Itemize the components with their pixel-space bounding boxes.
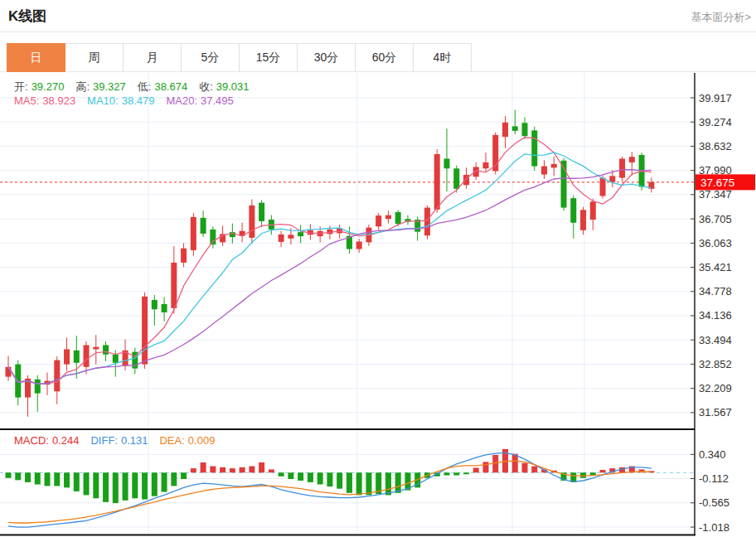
- tab-15min[interactable]: 15分: [239, 43, 298, 72]
- macd-bar: [259, 462, 264, 472]
- legend-label: 低:: [138, 80, 152, 93]
- candle[interactable]: [259, 203, 264, 221]
- candle[interactable]: [600, 178, 606, 196]
- candle[interactable]: [570, 198, 576, 223]
- candle[interactable]: [201, 218, 206, 234]
- candle[interactable]: [551, 164, 557, 168]
- candle[interactable]: [580, 210, 586, 230]
- candle[interactable]: [6, 367, 12, 377]
- legend-value: 37.495: [201, 94, 234, 107]
- legend-value: 38.674: [154, 80, 187, 93]
- legend-value: 39.327: [93, 80, 126, 93]
- candle[interactable]: [142, 297, 148, 365]
- macd-bar: [522, 463, 528, 473]
- candle[interactable]: [522, 123, 528, 136]
- tab-day[interactable]: 日: [7, 43, 65, 72]
- tab-4hour[interactable]: 4时: [413, 43, 472, 72]
- candle[interactable]: [512, 126, 518, 130]
- candle[interactable]: [541, 167, 547, 175]
- kline-screen: K线图 基本面分析> 日周月5分15分30分60分4时 39.91739.274…: [0, 0, 756, 537]
- tab-5min[interactable]: 5分: [181, 43, 240, 72]
- macd-bar: [298, 472, 303, 481]
- candle[interactable]: [93, 347, 99, 350]
- candle[interactable]: [84, 345, 90, 366]
- axis-label: 34.778: [699, 285, 732, 298]
- candle[interactable]: [434, 154, 440, 210]
- legend-label: MA20:: [166, 94, 197, 107]
- macd-bar: [210, 467, 216, 473]
- candle[interactable]: [385, 215, 391, 220]
- macd-bar: [171, 472, 177, 486]
- candle[interactable]: [395, 212, 401, 224]
- tab-month[interactable]: 月: [123, 43, 182, 72]
- candle[interactable]: [162, 304, 167, 312]
- macd-bar: [113, 472, 119, 503]
- candle[interactable]: [453, 168, 459, 189]
- tab-60min[interactable]: 60分: [355, 43, 414, 72]
- ma-legend: MA5:38.923MA10:38.479MA20:37.495: [14, 94, 245, 107]
- legend-value: 0.009: [188, 434, 216, 447]
- candle[interactable]: [531, 130, 537, 166]
- candle[interactable]: [629, 157, 635, 162]
- candle[interactable]: [590, 201, 596, 220]
- candle[interactable]: [609, 176, 615, 181]
- legend-label: MACD:: [14, 434, 49, 447]
- axis-label: 39.917: [699, 92, 732, 104]
- candle[interactable]: [356, 241, 362, 249]
- fundamental-analysis-link[interactable]: 基本面分析>: [691, 10, 751, 25]
- candle[interactable]: [191, 217, 196, 250]
- kline-chart[interactable]: 39.91739.27438.63237.99037.34736.70536.0…: [0, 73, 756, 537]
- candle[interactable]: [64, 349, 70, 364]
- macd-bar: [74, 472, 80, 491]
- page-title: K线图: [8, 7, 46, 26]
- candle[interactable]: [502, 123, 508, 137]
- header-divider: [0, 31, 756, 32]
- candle[interactable]: [113, 355, 119, 363]
- candle[interactable]: [181, 249, 187, 263]
- legend-label: DEA:: [159, 434, 184, 447]
- axis-label: 36.705: [699, 213, 732, 225]
- axis-label: 39.274: [699, 116, 732, 128]
- candle[interactable]: [103, 345, 109, 354]
- legend-label: 高:: [75, 80, 90, 93]
- candle[interactable]: [171, 263, 177, 308]
- macd-bar: [308, 472, 313, 482]
- candle[interactable]: [482, 162, 488, 168]
- legend-label: MA5:: [14, 94, 39, 107]
- legend-label: MA10:: [87, 94, 119, 107]
- candle[interactable]: [15, 365, 21, 398]
- candle[interactable]: [210, 230, 216, 244]
- candle[interactable]: [54, 360, 60, 392]
- macd-bar: [64, 472, 70, 487]
- axis-label: 32.852: [699, 358, 732, 370]
- candle[interactable]: [376, 215, 381, 226]
- candle[interactable]: [619, 158, 625, 177]
- macd-bar: [181, 472, 187, 479]
- macd-bar: [317, 472, 323, 484]
- candle[interactable]: [288, 235, 293, 239]
- macd-bar: [453, 472, 459, 475]
- macd-bar: [473, 467, 479, 472]
- candle[interactable]: [35, 380, 41, 394]
- macd-legend: MACD:0.244DIFF:0.131DEA:0.009: [14, 434, 226, 447]
- candle[interactable]: [298, 232, 303, 236]
- legend-label: DIFF:: [90, 434, 118, 447]
- tab-30min[interactable]: 30分: [297, 43, 356, 72]
- legend-value: 39.270: [32, 80, 65, 93]
- candle[interactable]: [424, 208, 430, 236]
- candle[interactable]: [152, 300, 158, 309]
- macd-bar: [512, 454, 518, 473]
- axis-label: 36.063: [699, 237, 732, 249]
- candle[interactable]: [249, 206, 254, 238]
- macd-bar: [6, 472, 12, 477]
- axis-label: -0.112: [699, 472, 729, 485]
- tab-week[interactable]: 周: [65, 43, 124, 72]
- legend-value: 0.131: [121, 434, 148, 447]
- candle[interactable]: [74, 351, 80, 363]
- legend-label: 开:: [14, 80, 28, 93]
- macd-bar: [15, 472, 21, 480]
- candle[interactable]: [443, 158, 449, 168]
- candle[interactable]: [279, 235, 284, 242]
- ohlc-legend: 开:39.270高:39.327低:38.674收:39.031: [14, 80, 261, 94]
- axis-label: 37.347: [699, 188, 732, 201]
